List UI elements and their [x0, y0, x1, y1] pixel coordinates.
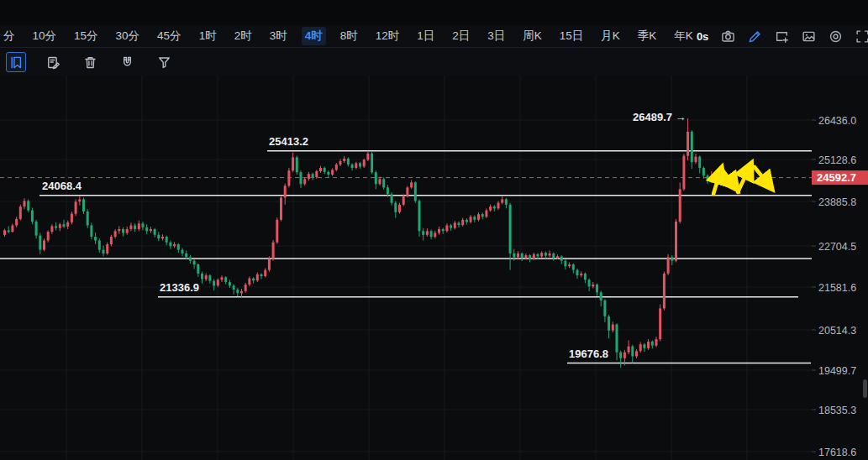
timeframe-8时[interactable]: 8时	[337, 27, 361, 45]
axis-label: 22704.5	[818, 241, 856, 253]
chart-action-icons	[721, 29, 868, 44]
axis-label: 17618.6	[818, 447, 856, 458]
timeframe-4时[interactable]: 4时	[302, 27, 326, 45]
timeframe-分[interactable]: 分	[0, 27, 18, 45]
badge-icon[interactable]	[829, 29, 843, 44]
axis-label: 21581.6	[818, 282, 856, 294]
timeframe-季K[interactable]: 季K	[634, 27, 660, 45]
bookmark-tool-icon[interactable]	[6, 52, 26, 72]
level-label: 24068.4	[42, 180, 82, 192]
timeframe-30分[interactable]: 30分	[113, 27, 144, 45]
level-lines: 25413.224068.421336.919676.8	[0, 135, 812, 363]
timeframe-月K[interactable]: 月K	[597, 27, 623, 45]
fullscreen-icon[interactable]	[855, 29, 868, 44]
pencil-icon[interactable]	[748, 29, 762, 44]
timeframe-3时[interactable]: 3时	[266, 27, 291, 45]
camera-icon[interactable]	[721, 29, 735, 44]
level-label: 21336.9	[160, 281, 199, 294]
trading-app-window: 分10分15分30分45分1时2时3时4时8时12时1日2日3日周K15日月K季…	[0, 0, 868, 460]
timeframe-1日[interactable]: 1日	[413, 27, 438, 45]
axis-label: 25128.6	[818, 154, 856, 166]
note-edit-icon[interactable]	[43, 52, 63, 72]
drawing-toolbar	[0, 49, 868, 76]
axis-label: 23885.8	[818, 196, 856, 208]
timeframe-15日[interactable]: 15日	[556, 27, 587, 45]
timeframe-15分[interactable]: 15分	[71, 27, 102, 45]
last-price-badge: 24592.7	[812, 170, 868, 185]
trash-icon[interactable]	[80, 52, 100, 72]
candlesticks	[3, 118, 713, 368]
grid	[0, 76, 812, 460]
timeframe-10分[interactable]: 10分	[29, 27, 60, 45]
timeframe-toolbar: 分10分15分30分45分1时2时3时4时8时12时1日2日3日周K15日月K季…	[0, 25, 868, 48]
timeframe-45分[interactable]: 45分	[154, 27, 185, 45]
window-top-strip	[0, 0, 868, 25]
peak-price-label: 26489.7 →	[633, 111, 687, 123]
axis-label: 26436.0	[818, 115, 856, 127]
timeframe-年K[interactable]: 年K	[671, 27, 697, 45]
candle-countdown: 0s	[697, 30, 708, 43]
price-axis: 26436.025128.623885.822704.521581.620514…	[812, 115, 856, 458]
level-label: 19676.8	[569, 348, 608, 360]
candlestick-chart[interactable]: 25413.224068.421336.919676.826489.7 →264…	[0, 76, 868, 460]
timeframe-周K[interactable]: 周K	[519, 27, 545, 45]
axis-scrollbar-thumb[interactable]	[863, 379, 867, 398]
image-icon[interactable]	[802, 29, 816, 44]
add-frame-icon[interactable]	[775, 29, 789, 44]
timeframe-2日[interactable]: 2日	[449, 27, 473, 45]
timeframe-2时[interactable]: 2时	[231, 27, 255, 45]
timeframe-group: 分10分15分30分45分1时2时3时4时8时12时1日2日3日周K15日月K季…	[0, 27, 697, 45]
svg-text:24592.7: 24592.7	[817, 171, 856, 184]
axis-label: 19499.7	[818, 365, 856, 377]
axis-label: 18535.3	[818, 405, 856, 416]
level-label: 25413.2	[269, 135, 308, 148]
timeframe-1时[interactable]: 1时	[196, 27, 220, 45]
axis-label: 20514.3	[818, 325, 856, 337]
trend-arrows	[713, 165, 771, 194]
magnet-icon[interactable]	[117, 52, 137, 72]
timeframe-12时[interactable]: 12时	[372, 27, 403, 45]
timeframe-3日[interactable]: 3日	[484, 27, 508, 45]
filter-icon[interactable]	[154, 52, 174, 72]
